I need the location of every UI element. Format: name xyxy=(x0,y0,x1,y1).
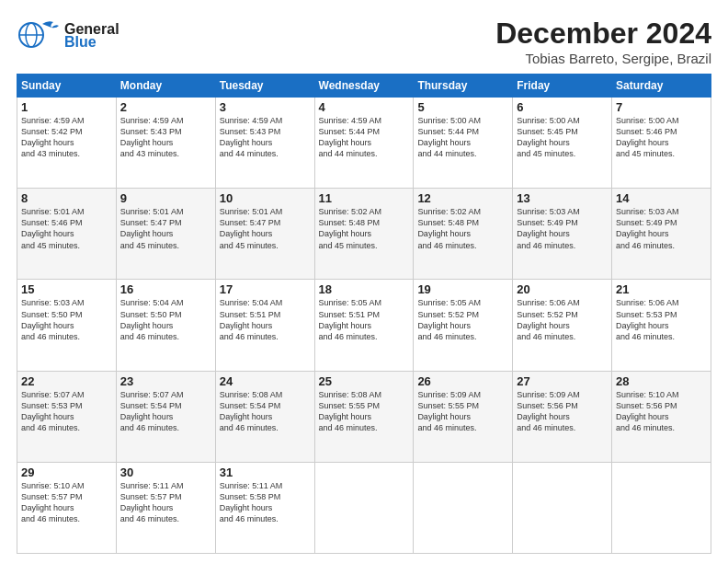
calendar-cell: 9 Sunrise: 5:01 AM Sunset: 5:47 PM Dayli… xyxy=(116,189,215,280)
calendar-cell: 5 Sunrise: 5:00 AM Sunset: 5:44 PM Dayli… xyxy=(414,98,513,189)
calendar-cell: 30 Sunrise: 5:11 AM Sunset: 5:57 PM Dayl… xyxy=(116,462,215,553)
day-number: 14 xyxy=(616,191,707,205)
day-number: 13 xyxy=(517,191,608,205)
calendar-cell: 17 Sunrise: 5:04 AM Sunset: 5:51 PM Dayl… xyxy=(215,280,314,371)
day-info: Sunrise: 4:59 AM Sunset: 5:42 PM Dayligh… xyxy=(21,115,112,160)
day-info: Sunrise: 4:59 AM Sunset: 5:43 PM Dayligh… xyxy=(120,115,211,160)
logo: General Blue xyxy=(17,17,119,55)
calendar-cell: 7 Sunrise: 5:00 AM Sunset: 5:46 PM Dayli… xyxy=(612,98,711,189)
calendar-cell: 4 Sunrise: 4:59 AM Sunset: 5:44 PM Dayli… xyxy=(314,98,414,189)
calendar-cell xyxy=(612,462,711,553)
calendar-cell: 10 Sunrise: 5:01 AM Sunset: 5:47 PM Dayl… xyxy=(215,189,314,280)
day-number: 20 xyxy=(517,282,608,296)
calendar-cell: 11 Sunrise: 5:02 AM Sunset: 5:48 PM Dayl… xyxy=(314,189,414,280)
day-info: Sunrise: 5:04 AM Sunset: 5:51 PM Dayligh… xyxy=(220,297,311,342)
day-number: 16 xyxy=(120,282,211,296)
calendar-cell: 15 Sunrise: 5:03 AM Sunset: 5:50 PM Dayl… xyxy=(17,280,117,371)
calendar-cell: 20 Sunrise: 5:06 AM Sunset: 5:52 PM Dayl… xyxy=(513,280,612,371)
day-info: Sunrise: 5:06 AM Sunset: 5:52 PM Dayligh… xyxy=(517,297,608,342)
day-info: Sunrise: 5:10 AM Sunset: 5:56 PM Dayligh… xyxy=(616,389,707,434)
calendar-cell: 25 Sunrise: 5:08 AM Sunset: 5:55 PM Dayl… xyxy=(314,371,414,462)
day-info: Sunrise: 5:11 AM Sunset: 5:57 PM Dayligh… xyxy=(120,480,211,525)
day-info: Sunrise: 4:59 AM Sunset: 5:43 PM Dayligh… xyxy=(220,115,311,160)
calendar-cell: 24 Sunrise: 5:08 AM Sunset: 5:54 PM Dayl… xyxy=(215,371,314,462)
day-number: 2 xyxy=(120,100,211,114)
calendar-cell: 8 Sunrise: 5:01 AM Sunset: 5:46 PM Dayli… xyxy=(17,189,117,280)
day-info: Sunrise: 5:09 AM Sunset: 5:55 PM Dayligh… xyxy=(417,389,508,434)
logo-icon xyxy=(17,17,61,52)
day-number: 26 xyxy=(417,374,508,388)
day-info: Sunrise: 5:05 AM Sunset: 5:52 PM Dayligh… xyxy=(417,297,508,342)
calendar-week-1: 1 Sunrise: 4:59 AM Sunset: 5:42 PM Dayli… xyxy=(17,98,711,189)
header: General Blue December 2024 Tobias Barret… xyxy=(17,17,711,66)
calendar-cell: 21 Sunrise: 5:06 AM Sunset: 5:53 PM Dayl… xyxy=(612,280,711,371)
calendar-cell: 13 Sunrise: 5:03 AM Sunset: 5:49 PM Dayl… xyxy=(513,189,612,280)
day-number: 24 xyxy=(220,374,311,388)
calendar-cell: 22 Sunrise: 5:07 AM Sunset: 5:53 PM Dayl… xyxy=(17,371,117,462)
day-number: 22 xyxy=(21,374,112,388)
calendar-table: Sunday Monday Tuesday Wednesday Thursday… xyxy=(17,74,711,554)
day-info: Sunrise: 5:05 AM Sunset: 5:51 PM Dayligh… xyxy=(319,297,410,342)
day-info: Sunrise: 5:02 AM Sunset: 5:48 PM Dayligh… xyxy=(319,206,410,251)
day-info: Sunrise: 5:01 AM Sunset: 5:47 PM Dayligh… xyxy=(220,206,311,251)
day-info: Sunrise: 5:11 AM Sunset: 5:58 PM Dayligh… xyxy=(220,480,311,525)
day-number: 5 xyxy=(417,100,508,114)
day-info: Sunrise: 5:03 AM Sunset: 5:49 PM Dayligh… xyxy=(616,206,707,251)
day-info: Sunrise: 5:01 AM Sunset: 5:47 PM Dayligh… xyxy=(120,206,211,251)
day-info: Sunrise: 5:07 AM Sunset: 5:53 PM Dayligh… xyxy=(21,389,112,434)
calendar-cell: 26 Sunrise: 5:09 AM Sunset: 5:55 PM Dayl… xyxy=(414,371,513,462)
calendar-cell: 29 Sunrise: 5:10 AM Sunset: 5:57 PM Dayl… xyxy=(17,462,117,553)
day-number: 27 xyxy=(517,374,608,388)
calendar-cell: 14 Sunrise: 5:03 AM Sunset: 5:49 PM Dayl… xyxy=(612,189,711,280)
day-number: 31 xyxy=(220,465,311,479)
day-info: Sunrise: 5:10 AM Sunset: 5:57 PM Dayligh… xyxy=(21,480,112,525)
day-number: 7 xyxy=(616,100,707,114)
calendar-cell xyxy=(513,462,612,553)
calendar-cell: 27 Sunrise: 5:09 AM Sunset: 5:56 PM Dayl… xyxy=(513,371,612,462)
day-info: Sunrise: 5:08 AM Sunset: 5:55 PM Dayligh… xyxy=(319,389,410,434)
calendar-cell: 28 Sunrise: 5:10 AM Sunset: 5:56 PM Dayl… xyxy=(612,371,711,462)
calendar-cell: 16 Sunrise: 5:04 AM Sunset: 5:50 PM Dayl… xyxy=(116,280,215,371)
day-info: Sunrise: 5:03 AM Sunset: 5:49 PM Dayligh… xyxy=(517,206,608,251)
calendar-cell: 6 Sunrise: 5:00 AM Sunset: 5:45 PM Dayli… xyxy=(513,98,612,189)
col-sunday: Sunday xyxy=(17,75,117,98)
day-info: Sunrise: 5:09 AM Sunset: 5:56 PM Dayligh… xyxy=(517,389,608,434)
page: General Blue December 2024 Tobias Barret… xyxy=(0,0,728,563)
calendar-cell: 23 Sunrise: 5:07 AM Sunset: 5:54 PM Dayl… xyxy=(116,371,215,462)
day-info: Sunrise: 4:59 AM Sunset: 5:44 PM Dayligh… xyxy=(319,115,410,160)
calendar-cell: 2 Sunrise: 4:59 AM Sunset: 5:43 PM Dayli… xyxy=(116,98,215,189)
day-number: 15 xyxy=(21,282,112,296)
day-number: 12 xyxy=(417,191,508,205)
col-saturday: Saturday xyxy=(612,75,711,98)
col-wednesday: Wednesday xyxy=(314,75,414,98)
day-info: Sunrise: 5:06 AM Sunset: 5:53 PM Dayligh… xyxy=(616,297,707,342)
day-number: 18 xyxy=(319,282,410,296)
day-info: Sunrise: 5:04 AM Sunset: 5:50 PM Dayligh… xyxy=(120,297,211,342)
day-number: 11 xyxy=(319,191,410,205)
calendar-cell xyxy=(414,462,513,553)
calendar-cell: 3 Sunrise: 4:59 AM Sunset: 5:43 PM Dayli… xyxy=(215,98,314,189)
day-number: 3 xyxy=(220,100,311,114)
calendar-cell: 18 Sunrise: 5:05 AM Sunset: 5:51 PM Dayl… xyxy=(314,280,414,371)
calendar-cell xyxy=(314,462,414,553)
day-number: 6 xyxy=(517,100,608,114)
col-monday: Monday xyxy=(116,75,215,98)
calendar-cell: 19 Sunrise: 5:05 AM Sunset: 5:52 PM Dayl… xyxy=(414,280,513,371)
day-number: 9 xyxy=(120,191,211,205)
day-info: Sunrise: 5:03 AM Sunset: 5:50 PM Dayligh… xyxy=(21,297,112,342)
calendar-week-3: 15 Sunrise: 5:03 AM Sunset: 5:50 PM Dayl… xyxy=(17,280,711,371)
col-thursday: Thursday xyxy=(414,75,513,98)
day-number: 8 xyxy=(21,191,112,205)
day-number: 17 xyxy=(220,282,311,296)
day-number: 1 xyxy=(21,100,112,114)
month-title: December 2024 xyxy=(495,17,711,51)
calendar-cell: 31 Sunrise: 5:11 AM Sunset: 5:58 PM Dayl… xyxy=(215,462,314,553)
location-title: Tobias Barreto, Sergipe, Brazil xyxy=(495,51,711,66)
day-info: Sunrise: 5:08 AM Sunset: 5:54 PM Dayligh… xyxy=(220,389,311,434)
calendar-week-5: 29 Sunrise: 5:10 AM Sunset: 5:57 PM Dayl… xyxy=(17,462,711,553)
day-info: Sunrise: 5:07 AM Sunset: 5:54 PM Dayligh… xyxy=(120,389,211,434)
title-block: December 2024 Tobias Barreto, Sergipe, B… xyxy=(495,17,711,66)
calendar-week-4: 22 Sunrise: 5:07 AM Sunset: 5:53 PM Dayl… xyxy=(17,371,711,462)
day-number: 28 xyxy=(616,374,707,388)
day-number: 19 xyxy=(417,282,508,296)
